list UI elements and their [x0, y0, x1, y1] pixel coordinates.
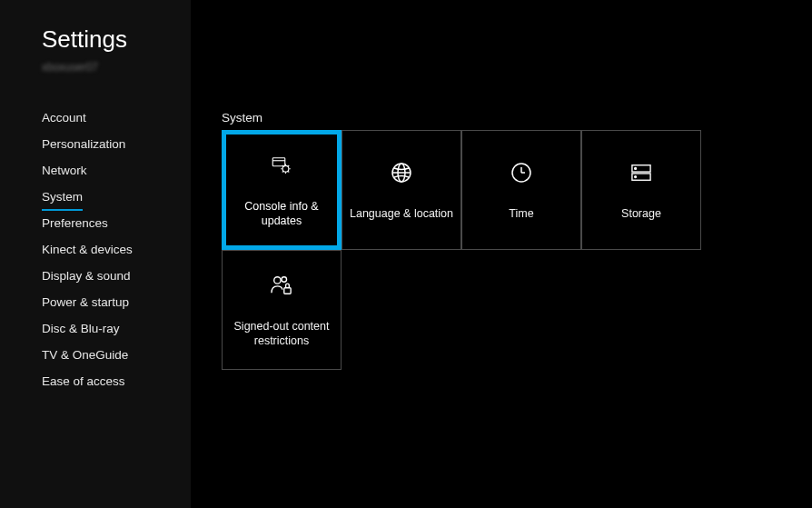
- sidebar-item-label: Preferences: [42, 216, 108, 230]
- tile-language-location[interactable]: Language & location: [342, 130, 461, 250]
- main-content: System Console info & updates: [191, 0, 812, 508]
- svg-point-20: [635, 176, 637, 178]
- sidebar-item-network[interactable]: Network: [42, 157, 191, 184]
- svg-rect-23: [284, 288, 291, 294]
- svg-line-8: [288, 171, 289, 172]
- sidebar-item-label: Disc & Blu-ray: [42, 322, 120, 335]
- sidebar-item-label: System: [42, 190, 83, 211]
- storage-icon: [628, 159, 655, 186]
- svg-line-7: [282, 165, 283, 166]
- user-gamertag: xboxuser07: [42, 61, 191, 74]
- sidebar-item-label: Kinect & devices: [42, 243, 133, 256]
- sidebar-item-tv-oneguide[interactable]: TV & OneGuide: [42, 342, 191, 368]
- people-lock-icon: [268, 272, 295, 299]
- sidebar-item-label: Power & startup: [42, 295, 129, 309]
- sidebar-item-disc-bluray[interactable]: Disc & Blu-ray: [42, 315, 191, 342]
- sidebar-item-power-startup[interactable]: Power & startup: [42, 289, 191, 315]
- sidebar-item-kinect-devices[interactable]: Kinect & devices: [42, 236, 191, 263]
- page-title: Settings: [42, 25, 191, 54]
- svg-point-2: [282, 165, 289, 172]
- globe-icon: [388, 159, 415, 186]
- sidebar-item-label: Network: [42, 164, 87, 177]
- svg-rect-0: [272, 158, 285, 166]
- tile-signed-out-restrictions[interactable]: Signed-out content restrictions: [222, 250, 342, 370]
- sidebar-item-account[interactable]: Account: [42, 105, 191, 131]
- tile-grid: Console info & updates Language & locati…: [222, 130, 712, 370]
- tile-storage[interactable]: Storage: [581, 130, 701, 250]
- tile-label: Console info & updates: [226, 199, 337, 229]
- tile-time[interactable]: Time: [461, 130, 581, 250]
- sidebar-item-ease-of-access[interactable]: Ease of access: [42, 368, 191, 394]
- sidebar-nav: Account Personalization Network System P…: [42, 105, 191, 394]
- svg-line-10: [288, 165, 289, 166]
- sidebar-item-display-sound[interactable]: Display & sound: [42, 263, 191, 289]
- svg-point-22: [282, 277, 287, 283]
- sidebar: Settings xboxuser07 Account Personalizat…: [0, 0, 191, 508]
- tile-console-info-updates[interactable]: Console info & updates: [222, 130, 342, 250]
- sidebar-item-label: Personalization: [42, 137, 125, 151]
- sidebar-item-label: TV & OneGuide: [42, 348, 128, 362]
- sidebar-item-label: Ease of access: [42, 374, 125, 388]
- sidebar-item-label: Display & sound: [42, 269, 131, 283]
- tile-label: Signed-out content restrictions: [223, 319, 341, 349]
- tile-label: Storage: [614, 206, 668, 221]
- console-gear-icon: [268, 152, 295, 179]
- svg-line-9: [282, 171, 283, 172]
- svg-point-21: [274, 277, 281, 284]
- tile-label: Language & location: [342, 206, 460, 221]
- sidebar-item-preferences[interactable]: Preferences: [42, 210, 191, 236]
- sidebar-item-personalization[interactable]: Personalization: [42, 131, 191, 157]
- tile-label: Time: [501, 206, 540, 221]
- section-title: System: [222, 111, 812, 125]
- sidebar-item-label: Account: [42, 111, 86, 125]
- sidebar-item-system[interactable]: System: [42, 184, 191, 210]
- clock-icon: [508, 159, 535, 186]
- svg-point-19: [635, 167, 637, 169]
